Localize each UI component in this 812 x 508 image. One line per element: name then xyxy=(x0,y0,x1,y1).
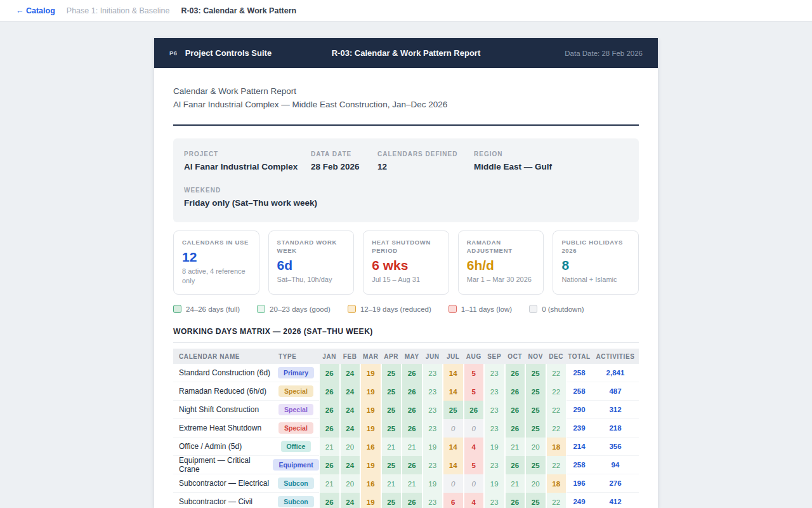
stat-card: Standard Work Week6dSat–Thu, 10h/day xyxy=(268,231,355,295)
type-cell: Office xyxy=(273,438,319,456)
document-title-block: Calendar & Work Pattern Report Al Fanar … xyxy=(173,84,639,126)
stat-card-subtext: 8 active, 4 reference only xyxy=(182,267,251,286)
table-row: Standard Construction (6d)Primary2624192… xyxy=(173,364,639,382)
color-legend: 24–26 days (full)20–23 days (good)12–19 … xyxy=(173,305,639,313)
column-header-total: Total xyxy=(566,349,592,364)
meta-value: Al Fanar Industrial Complex xyxy=(184,162,311,171)
matrix-section-heading: WORKING DAYS MATRIX — 2026 (SAT–THU WEEK… xyxy=(173,327,639,343)
meta-label: Calendars Defined xyxy=(377,150,474,157)
meta-field-weekend: Weekend Friday only (Sat–Thu work week) xyxy=(184,187,628,208)
breadcrumb-current-report[interactable]: R-03: Calendar & Work Pattern xyxy=(181,6,296,15)
month-cell: 24 xyxy=(340,382,361,401)
month-cell: 26 xyxy=(505,364,526,382)
activities-cell: 312 xyxy=(592,401,639,419)
stat-card: Heat Shutdown Period6 wksJul 15 – Aug 31 xyxy=(363,231,449,295)
stat-card: Public Holidays 20268National + Islamic xyxy=(553,231,639,295)
table-row: Subcontractor — CivilSubcon2624192526236… xyxy=(173,493,639,508)
month-cell: 25 xyxy=(381,382,402,401)
month-cell: 24 xyxy=(340,419,361,438)
calendar-name-cell: Night Shift Construction xyxy=(173,401,273,419)
table-row: Equipment — Critical CraneEquipment26241… xyxy=(173,456,639,474)
data-date-label: Data Date: 28 Feb 2026 xyxy=(565,50,643,57)
calendar-name-cell: Subcontractor — Electrical xyxy=(173,474,273,493)
stat-card-label: Calendars in Use xyxy=(182,239,251,247)
table-header-row: Calendar NameTypeJanFebMarAprMayJunJulAu… xyxy=(173,349,639,364)
column-header-oct: Oct xyxy=(505,349,526,364)
column-header-mar: Mar xyxy=(360,349,381,364)
month-cell: 26 xyxy=(402,419,422,438)
calendar-name-cell: Ramadan Reduced (6h/d) xyxy=(173,382,273,401)
month-cell: 0 xyxy=(443,419,464,438)
month-cell: 4 xyxy=(464,493,485,508)
type-cell: Subcon xyxy=(273,474,319,493)
month-cell: 23 xyxy=(484,401,505,419)
activities-cell: 2,841 xyxy=(592,364,639,382)
report-page: P6 Project Controls Suite R-03: Calendar… xyxy=(154,38,658,508)
stat-card-label: Heat Shutdown Period xyxy=(372,239,440,255)
month-cell: 23 xyxy=(422,364,443,382)
legend-swatch-zero xyxy=(529,305,537,313)
type-badge: Equipment xyxy=(273,459,318,471)
total-cell: 258 xyxy=(566,382,592,401)
legend-item: 20–23 days (good) xyxy=(257,305,331,313)
activities-cell: 94 xyxy=(592,456,639,474)
month-cell: 26 xyxy=(402,382,422,401)
month-cell: 21 xyxy=(402,474,422,493)
column-header-jan: Jan xyxy=(319,349,340,364)
table-row: Office / Admin (5d)Office212016212119144… xyxy=(173,438,639,456)
month-cell: 19 xyxy=(484,438,505,456)
month-cell: 25 xyxy=(381,419,402,438)
type-cell: Special xyxy=(273,382,319,401)
type-badge: Office xyxy=(281,441,311,452)
column-header-may: May xyxy=(402,349,422,364)
month-cell: 26 xyxy=(505,401,526,419)
month-cell: 25 xyxy=(443,401,464,419)
month-cell: 21 xyxy=(319,438,340,456)
total-cell: 258 xyxy=(566,456,592,474)
legend-item: 1–11 days (low) xyxy=(449,305,512,313)
month-cell: 18 xyxy=(546,474,567,493)
total-cell: 214 xyxy=(566,438,592,456)
month-cell: 21 xyxy=(505,474,526,493)
month-cell: 6 xyxy=(443,493,464,508)
working-days-matrix-table: Calendar NameTypeJanFebMarAprMayJunJulAu… xyxy=(173,349,639,508)
month-cell: 23 xyxy=(422,456,443,474)
report-body: Calendar & Work Pattern Report Al Fanar … xyxy=(154,68,658,508)
month-cell: 21 xyxy=(381,474,402,493)
meta-field: Data Date28 Feb 2026 xyxy=(311,150,377,171)
month-cell: 19 xyxy=(360,456,381,474)
month-cell: 20 xyxy=(525,474,546,493)
month-cell: 25 xyxy=(381,493,402,508)
calendar-name-cell: Subcontractor — Civil xyxy=(173,493,273,508)
month-cell: 14 xyxy=(443,364,464,382)
month-cell: 19 xyxy=(360,419,381,438)
total-cell: 290 xyxy=(566,401,592,419)
month-cell: 16 xyxy=(360,438,381,456)
month-cell: 26 xyxy=(402,364,422,382)
column-header-nov: Nov xyxy=(525,349,546,364)
type-cell: Equipment xyxy=(273,456,319,474)
type-cell: Special xyxy=(273,419,319,438)
month-cell: 19 xyxy=(422,474,443,493)
total-cell: 196 xyxy=(566,474,592,493)
stat-card-label: Ramadan Adjustment xyxy=(467,239,535,255)
month-cell: 22 xyxy=(546,401,567,419)
table-row: Extreme Heat ShutdownSpecial262419252623… xyxy=(173,419,639,438)
table-row: Ramadan Reduced (6h/d)Special26241925262… xyxy=(173,382,639,401)
month-cell: 16 xyxy=(360,474,381,493)
type-cell: Subcon xyxy=(273,493,319,508)
stat-cards-row: Calendars in Use128 active, 4 reference … xyxy=(173,231,639,295)
month-cell: 19 xyxy=(360,382,381,401)
meta-field: Calendars Defined12 xyxy=(377,150,474,171)
month-cell: 22 xyxy=(546,419,567,438)
catalog-back-link[interactable]: ← Catalog xyxy=(16,6,55,15)
month-cell: 19 xyxy=(422,438,443,456)
month-cell: 21 xyxy=(381,438,402,456)
column-header-jul: Jul xyxy=(443,349,464,364)
type-badge: Special xyxy=(278,385,313,397)
total-cell: 258 xyxy=(566,364,592,382)
month-cell: 20 xyxy=(340,438,361,456)
total-cell: 249 xyxy=(566,493,592,508)
month-cell: 20 xyxy=(340,474,361,493)
month-cell: 23 xyxy=(422,401,443,419)
